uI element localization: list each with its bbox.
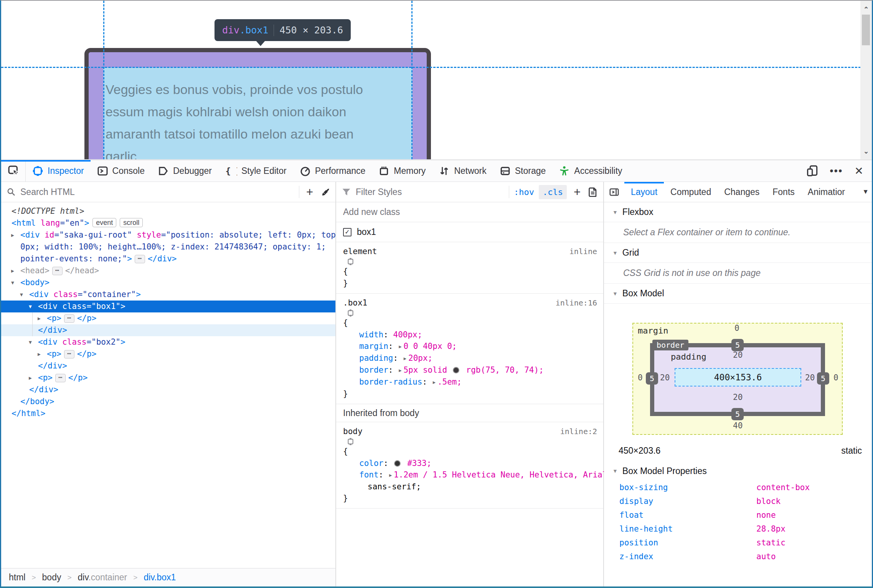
css-declaration[interactable]: border-radius: ▶.5em; bbox=[343, 376, 603, 388]
markup-row[interactable]: ▼<div class="box2"> bbox=[1, 336, 335, 348]
filter-styles-input[interactable]: Filter Styles bbox=[356, 187, 402, 197]
sidebar-tab-changes[interactable]: Changes bbox=[718, 182, 766, 202]
devtools-tab-style-editor[interactable]: { }Style Editor bbox=[218, 160, 293, 182]
css-declaration[interactable]: color: #333; bbox=[343, 458, 603, 469]
markup-row[interactable]: <html lang="en">eventscroll bbox=[1, 217, 335, 229]
css-declaration[interactable]: padding: ▶20px; bbox=[343, 352, 603, 364]
pick-element-button[interactable] bbox=[1, 160, 26, 182]
markup-row[interactable]: ▶<p>⋯</p> bbox=[1, 312, 335, 324]
css-declaration[interactable]: border: ▶5px solid rgb(75, 70, 74); bbox=[343, 364, 603, 376]
collapse-icon[interactable]: ▼ bbox=[29, 301, 32, 312]
scrollbar-thumb[interactable] bbox=[862, 15, 870, 45]
markup-row[interactable]: ▼<body> bbox=[1, 277, 335, 289]
margin-bottom-value[interactable]: 40 bbox=[733, 421, 743, 430]
rule-source-link[interactable]: inline:2 bbox=[560, 427, 597, 436]
markup-row[interactable]: ▶<div id="saka-gui-root" style="position… bbox=[1, 229, 335, 241]
class-panel-button[interactable]: .cls bbox=[539, 185, 567, 199]
css-declaration[interactable]: margin: ▶0 0 40px 0; bbox=[343, 340, 603, 352]
inline-text-ellipsis[interactable]: ⋯ bbox=[64, 314, 74, 323]
devtools-tab-storage[interactable]: Storage bbox=[493, 160, 553, 182]
box-model-section-header[interactable]: ▼ Box Model bbox=[604, 284, 872, 304]
expand-icon[interactable]: ▶ bbox=[38, 348, 41, 360]
rule-selector[interactable]: .box1 bbox=[343, 298, 367, 307]
expand-shorthand-icon[interactable]: ▶ bbox=[433, 380, 436, 385]
pseudo-class-button[interactable]: :hov bbox=[514, 187, 534, 197]
markup-row[interactable]: </div> bbox=[1, 360, 335, 372]
close-devtools-button[interactable]: ✕ bbox=[855, 165, 863, 177]
padding-bottom-value[interactable]: 20 bbox=[733, 393, 743, 402]
sidebar-tab-computed[interactable]: Computed bbox=[664, 182, 718, 202]
devtools-tab-performance[interactable]: Performance bbox=[293, 160, 372, 182]
expand-icon[interactable]: ▶ bbox=[11, 265, 14, 277]
border-bottom-value[interactable]: 5 bbox=[731, 408, 744, 420]
inline-text-ellipsis[interactable]: ⋯ bbox=[135, 255, 145, 263]
box-model-property-row[interactable]: floatnone bbox=[604, 508, 872, 522]
responsive-design-mode-button[interactable] bbox=[806, 165, 818, 177]
expand-shorthand-icon[interactable]: ▶ bbox=[404, 356, 406, 361]
devtools-tab-memory[interactable]: Memory bbox=[372, 160, 432, 182]
eyedropper-button[interactable] bbox=[320, 187, 330, 197]
box-model-property-row[interactable]: box-sizingcontent-box bbox=[604, 481, 872, 494]
markup-row[interactable]: </div> bbox=[1, 324, 335, 336]
margin-right-value[interactable]: 0 bbox=[833, 373, 838, 382]
box-model-property-row[interactable]: z-indexauto bbox=[604, 550, 872, 563]
border-left-value[interactable]: 5 bbox=[646, 372, 658, 385]
devtools-tab-accessibility[interactable]: Accessibility bbox=[552, 160, 629, 182]
breadcrumb-item[interactable]: html bbox=[9, 572, 25, 583]
expand-icon[interactable]: ▶ bbox=[11, 229, 14, 241]
sidebar-tab-fonts[interactable]: Fonts bbox=[766, 182, 801, 202]
grid-section-header[interactable]: ▼ Grid bbox=[604, 243, 872, 263]
markup-row[interactable]: ▼<div class="box1"> bbox=[1, 301, 335, 312]
markup-row[interactable]: ▶<p>⋯</p> bbox=[1, 348, 335, 360]
markup-row[interactable]: ▶<head>⋯</head> bbox=[1, 265, 335, 277]
box-model-property-row[interactable]: positionstatic bbox=[604, 536, 872, 550]
markup-row[interactable]: ▼<div class="container"> bbox=[1, 289, 335, 301]
collapse-icon[interactable]: ▼ bbox=[29, 336, 32, 348]
rule-selector[interactable]: body bbox=[343, 427, 363, 436]
class-checkbox[interactable]: ✓ bbox=[343, 228, 352, 236]
box-model-property-row[interactable]: displayblock bbox=[604, 494, 872, 508]
scroll-down-icon[interactable]: ⌄ bbox=[860, 147, 872, 155]
flexbox-section-header[interactable]: ▼ Flexbox bbox=[604, 202, 872, 222]
markup-row[interactable]: 0px; width: 100%; height…100%; z-index: … bbox=[1, 241, 335, 253]
highlight-matches-icon[interactable] bbox=[343, 309, 603, 317]
collapse-icon[interactable]: ▼ bbox=[11, 277, 14, 289]
markup-row[interactable]: </html> bbox=[1, 408, 335, 420]
breadcrumb-item[interactable]: body bbox=[42, 572, 61, 583]
border-top-value[interactable]: 5 bbox=[731, 339, 744, 351]
padding-right-value[interactable]: 20 bbox=[805, 373, 815, 382]
sidebar-tab-layout[interactable]: Layout bbox=[624, 182, 664, 202]
meatball-menu-button[interactable]: ••• bbox=[830, 165, 843, 177]
search-input[interactable]: Search HTML bbox=[20, 187, 75, 197]
padding-left-value[interactable]: 20 bbox=[660, 373, 670, 382]
scroll-up-icon[interactable]: ⌃ bbox=[860, 5, 872, 13]
highlight-matches-icon[interactable] bbox=[343, 438, 603, 446]
print-media-button[interactable] bbox=[588, 187, 598, 197]
rule-source-link[interactable]: inline bbox=[569, 247, 597, 256]
margin-top-value[interactable]: 0 bbox=[734, 324, 739, 333]
box-model-content-layer[interactable]: 400×153.6 bbox=[675, 368, 801, 386]
expand-shorthand-icon[interactable]: ▶ bbox=[399, 368, 401, 373]
add-class-input[interactable]: Add new class bbox=[343, 207, 400, 217]
event-badge[interactable]: event bbox=[92, 218, 116, 227]
rule-source-link[interactable]: inline:16 bbox=[556, 298, 597, 307]
highlight-matches-icon[interactable] bbox=[343, 258, 603, 266]
collapse-icon[interactable]: ▼ bbox=[20, 289, 23, 301]
css-declaration[interactable]: width: 400px; bbox=[343, 329, 603, 340]
rule-selector[interactable]: element bbox=[343, 247, 377, 256]
markup-row[interactable]: </body> bbox=[1, 396, 335, 408]
expand-shorthand-icon[interactable]: ▶ bbox=[399, 344, 401, 349]
css-declaration[interactable]: font: ▶1.2em / 1.5 Helvetica Neue, Helve… bbox=[343, 469, 603, 481]
margin-left-value[interactable]: 0 bbox=[638, 373, 643, 382]
padding-top-value[interactable]: 20 bbox=[733, 350, 743, 360]
markup-row[interactable]: ▶<p>⋯</p> bbox=[1, 372, 335, 384]
markup-row[interactable]: <!DOCTYPE html> bbox=[1, 205, 335, 217]
expand-icon[interactable]: ▶ bbox=[29, 372, 32, 384]
inline-text-ellipsis[interactable]: ⋯ bbox=[52, 267, 63, 275]
add-rule-button[interactable]: + bbox=[571, 186, 583, 198]
expand-shorthand-icon[interactable]: ▶ bbox=[389, 472, 392, 478]
breadcrumb-item[interactable]: div.box1 bbox=[144, 572, 176, 583]
add-node-button[interactable]: + bbox=[304, 186, 315, 198]
border-right-value[interactable]: 5 bbox=[817, 372, 829, 385]
devtools-tab-inspector[interactable]: Inspector bbox=[26, 160, 91, 182]
